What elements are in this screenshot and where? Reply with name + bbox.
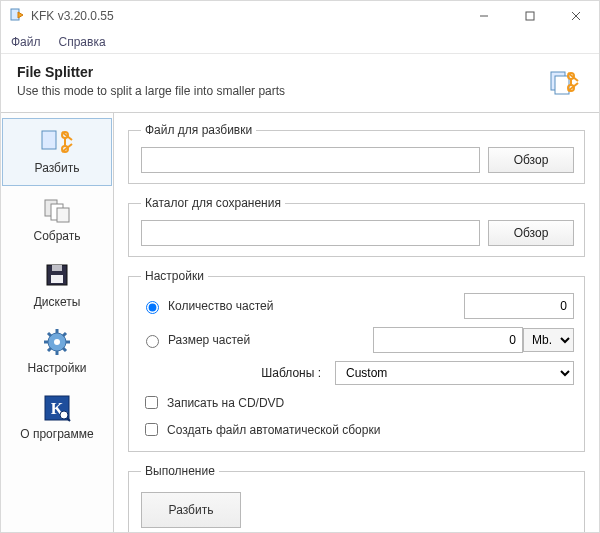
sidebar-item-label: О программе: [20, 427, 93, 441]
split-icon: [39, 127, 75, 157]
titlebar: KFK v3.20.0.55: [1, 1, 599, 31]
sidebar-item-label: Разбить: [35, 161, 80, 175]
gear-icon: [39, 327, 75, 357]
about-icon: K: [39, 393, 75, 423]
menu-file[interactable]: Файл: [11, 35, 41, 49]
page-header: File Splitter Use this mode to split a l…: [1, 54, 599, 113]
part-size-input[interactable]: [373, 327, 523, 353]
close-button[interactable]: [553, 1, 599, 31]
sidebar-item-floppy[interactable]: Дискеты: [1, 253, 113, 319]
sidebar-item-split[interactable]: Разбить: [2, 118, 112, 186]
svg-line-32: [63, 333, 66, 336]
group-file-to-split-legend: Файл для разбивки: [141, 123, 256, 137]
group-save-dir: Каталог для сохранения Обзор: [128, 196, 585, 257]
checkbox-auto-rebuild-text: Создать файл автоматической сборки: [167, 423, 380, 437]
svg-rect-22: [52, 265, 62, 271]
sidebar-item-label: Настройки: [28, 361, 87, 375]
checkbox-cd-dvd[interactable]: [145, 396, 158, 409]
svg-rect-6: [555, 76, 569, 94]
checkbox-auto-rebuild-label[interactable]: Создать файл автоматической сборки: [141, 420, 380, 439]
maximize-button[interactable]: [507, 1, 553, 31]
minimize-button[interactable]: [461, 1, 507, 31]
sidebar-item-label: Дискеты: [34, 295, 81, 309]
checkbox-cd-dvd-label[interactable]: Записать на CD/DVD: [141, 393, 284, 412]
parts-count-input[interactable]: [464, 293, 574, 319]
group-execute-legend: Выполнение: [141, 464, 219, 478]
page-title: File Splitter: [17, 64, 583, 80]
radio-part-size-label[interactable]: Размер частей: [141, 332, 250, 348]
svg-line-33: [48, 348, 51, 351]
template-select[interactable]: Custom: [335, 361, 574, 385]
radio-parts-count-label[interactable]: Количество частей: [141, 298, 273, 314]
browse-file-button[interactable]: Обзор: [488, 147, 574, 173]
file-splitter-icon: [547, 66, 581, 100]
save-dir-input[interactable]: [141, 220, 480, 246]
size-unit-select[interactable]: Mb.: [523, 328, 574, 352]
svg-point-25: [54, 339, 60, 345]
app-icon: [9, 7, 25, 26]
svg-rect-2: [526, 12, 534, 20]
split-button[interactable]: Разбить: [141, 492, 241, 528]
svg-line-37: [67, 418, 70, 421]
group-save-dir-legend: Каталог для сохранения: [141, 196, 285, 210]
svg-line-31: [63, 348, 66, 351]
radio-part-size[interactable]: [146, 335, 159, 348]
sidebar-item-about[interactable]: K О программе: [1, 385, 113, 451]
join-icon: [39, 195, 75, 225]
svg-rect-23: [51, 275, 63, 283]
group-file-to-split: Файл для разбивки Обзор: [128, 123, 585, 184]
sidebar-item-label: Собрать: [33, 229, 80, 243]
browse-dir-button[interactable]: Обзор: [488, 220, 574, 246]
svg-rect-20: [57, 208, 69, 222]
templates-label: Шаблоны :: [141, 366, 335, 380]
sidebar-item-settings[interactable]: Настройки: [1, 319, 113, 385]
menu-help[interactable]: Справка: [59, 35, 106, 49]
radio-part-size-text: Размер частей: [168, 333, 250, 347]
checkbox-auto-rebuild[interactable]: [145, 423, 158, 436]
sidebar: Разбить Собрать: [1, 113, 114, 532]
sidebar-item-join[interactable]: Собрать: [1, 187, 113, 253]
group-settings-legend: Настройки: [141, 269, 208, 283]
svg-line-30: [48, 333, 51, 336]
window-title: KFK v3.20.0.55: [31, 9, 114, 23]
svg-point-36: [60, 411, 68, 419]
menubar: Файл Справка: [1, 31, 599, 54]
group-settings: Настройки Количество частей Размер часте…: [128, 269, 585, 452]
group-execute: Выполнение Разбить: [128, 464, 585, 532]
floppy-icon: [39, 261, 75, 291]
main-panel: Файл для разбивки Обзор Каталог для сохр…: [114, 113, 599, 532]
checkbox-cd-dvd-text: Записать на CD/DVD: [167, 396, 284, 410]
svg-rect-12: [42, 131, 56, 149]
app-window: KFK v3.20.0.55 Файл Справка File Splitte…: [0, 0, 600, 533]
radio-parts-count-text: Количество частей: [168, 299, 273, 313]
radio-parts-count[interactable]: [146, 301, 159, 314]
file-to-split-input[interactable]: [141, 147, 480, 173]
page-subtitle: Use this mode to split a large file into…: [17, 84, 583, 98]
